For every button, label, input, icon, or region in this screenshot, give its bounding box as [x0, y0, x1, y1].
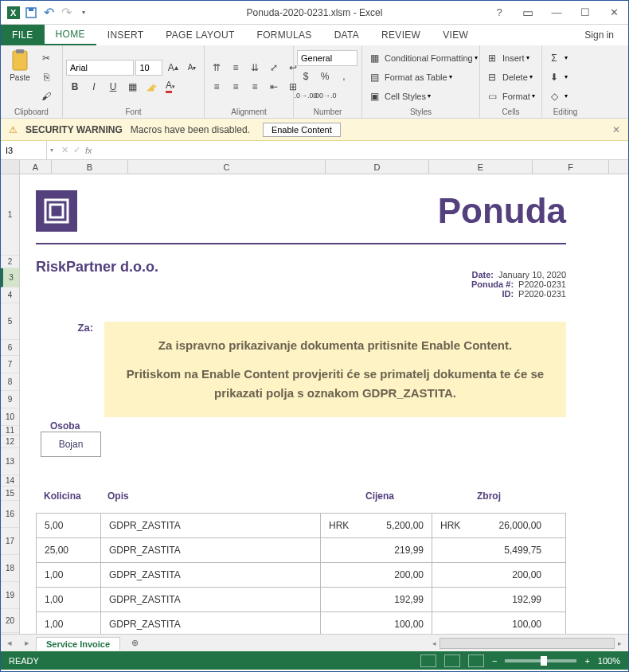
font-size-select[interactable]: 10 — [135, 60, 162, 76]
view-page-break-icon[interactable] — [468, 654, 484, 667]
tab-insert[interactable]: INSERT — [96, 25, 155, 45]
decrease-decimal-icon[interactable]: .00→.0 — [316, 87, 334, 104]
sheet-nav-next-icon[interactable]: ▸ — [18, 638, 36, 648]
percent-icon[interactable]: % — [316, 68, 334, 85]
delete-cells-icon[interactable]: ⊟ — [483, 68, 501, 86]
sheet-nav-prev-icon[interactable]: ◂ — [1, 638, 18, 648]
align-center-icon[interactable]: ≡ — [227, 78, 244, 96]
row-header[interactable]: 1 — [1, 174, 19, 256]
row-header[interactable]: 12 — [1, 436, 19, 448]
tab-review[interactable]: REVIEW — [370, 25, 432, 45]
align-left-icon[interactable]: ≡ — [208, 78, 225, 96]
underline-icon[interactable]: U — [104, 78, 122, 96]
increase-decimal-icon[interactable]: .0→.00 — [297, 87, 314, 104]
format-as-table-label[interactable]: Format as Table — [385, 72, 447, 82]
paste-button[interactable]: Paste — [4, 48, 36, 106]
format-as-table-icon[interactable]: ▤ — [365, 68, 383, 86]
horizontal-scrollbar[interactable] — [440, 638, 615, 649]
decrease-font-icon[interactable]: A▾ — [183, 59, 201, 76]
orientation-icon[interactable]: ⤢ — [265, 59, 283, 76]
insert-cells-icon[interactable]: ⊞ — [483, 49, 501, 67]
view-normal-icon[interactable] — [420, 654, 436, 667]
enter-formula-icon[interactable]: ✓ — [73, 145, 80, 155]
clear-icon[interactable]: ◇ — [545, 88, 563, 105]
delete-cells-label[interactable]: Delete — [502, 72, 528, 82]
cancel-formula-icon[interactable]: ✕ — [61, 145, 68, 155]
column-header[interactable]: A — [20, 160, 52, 174]
qat-dropdown-icon[interactable]: ▾ — [77, 6, 90, 19]
sheet-canvas[interactable]: Ponuda RiskPartner d.o.o. Date:January 1… — [20, 174, 593, 634]
column-header[interactable]: E — [429, 160, 533, 174]
row-header[interactable]: 10 — [1, 408, 19, 426]
add-sheet-icon[interactable]: ⊕ — [127, 638, 143, 648]
row-header[interactable]: 9 — [1, 391, 19, 408]
cut-icon[interactable]: ✂ — [37, 49, 55, 67]
zoom-in-icon[interactable]: + — [584, 656, 589, 666]
tab-formulas[interactable]: FORMULAS — [246, 25, 323, 45]
row-header[interactable]: 5 — [1, 303, 19, 340]
sheet-tab-active[interactable]: Service Invoice — [36, 637, 120, 651]
tab-page-layout[interactable]: PAGE LAYOUT — [154, 25, 245, 45]
zoom-out-icon[interactable]: − — [492, 656, 497, 666]
insert-cells-label[interactable]: Insert — [502, 53, 525, 63]
format-cells-label[interactable]: Format — [502, 92, 530, 101]
font-color-icon[interactable]: A▾ — [162, 78, 179, 96]
conditional-formatting-icon[interactable]: ▦ — [365, 49, 383, 67]
cell-styles-icon[interactable]: ▣ — [365, 88, 383, 105]
row-header[interactable]: 15 — [1, 486, 19, 501]
fx-icon[interactable]: fx — [85, 146, 92, 155]
hscroll-right-icon[interactable]: ▸ — [618, 639, 622, 647]
tab-data[interactable]: DATA — [323, 25, 370, 45]
ribbon-options-button[interactable]: ▭ — [514, 1, 542, 25]
enable-content-button[interactable]: Enable Content — [263, 123, 341, 137]
row-header[interactable]: 4 — [1, 287, 19, 303]
tab-view[interactable]: VIEW — [432, 25, 479, 45]
view-page-layout-icon[interactable] — [444, 654, 460, 667]
align-middle-icon[interactable]: ≡ — [227, 59, 244, 76]
row-header[interactable]: 7 — [1, 356, 19, 373]
conditional-formatting-label[interactable]: Conditional Formatting — [385, 53, 473, 63]
row-header[interactable]: 13 — [1, 448, 19, 475]
autosum-icon[interactable]: Σ — [545, 49, 563, 67]
security-close-icon[interactable]: ✕ — [612, 124, 620, 135]
row-header[interactable]: 17 — [1, 528, 19, 555]
row-header[interactable]: 6 — [1, 340, 19, 356]
row-header[interactable]: 11 — [1, 426, 19, 436]
format-painter-icon[interactable]: 🖌 — [37, 88, 55, 105]
maximize-button[interactable]: ☐ — [571, 1, 600, 25]
row-header[interactable]: 20 — [1, 609, 19, 633]
decrease-indent-icon[interactable]: ⇤ — [265, 78, 283, 96]
hscroll-left-icon[interactable]: ◂ — [432, 639, 436, 647]
redo-icon[interactable]: ↷ — [60, 6, 72, 19]
bold-icon[interactable]: B — [66, 78, 84, 96]
format-cells-icon[interactable]: ▭ — [483, 88, 501, 105]
copy-icon[interactable]: ⎘ — [37, 68, 55, 86]
column-header[interactable]: F — [533, 160, 609, 174]
row-header[interactable]: 19 — [1, 582, 19, 609]
row-header[interactable]: 18 — [1, 555, 19, 582]
undo-icon[interactable]: ↶ — [42, 6, 55, 19]
comma-icon[interactable]: , — [335, 68, 353, 85]
sign-in-link[interactable]: Sign in — [570, 25, 628, 45]
column-header[interactable]: C — [128, 160, 326, 174]
namebox-dropdown-icon[interactable]: ▾ — [47, 147, 57, 154]
align-bottom-icon[interactable]: ⇊ — [246, 59, 264, 76]
minimize-button[interactable]: — — [542, 1, 571, 25]
row-header[interactable]: 3 — [1, 268, 19, 287]
save-icon[interactable] — [25, 6, 37, 19]
column-header[interactable]: D — [326, 160, 429, 174]
cell-styles-label[interactable]: Cell Styles — [385, 92, 426, 101]
italic-icon[interactable]: I — [85, 78, 103, 96]
close-button[interactable]: ✕ — [600, 1, 628, 25]
zoom-slider[interactable] — [505, 659, 576, 662]
fill-color-icon[interactable]: ◢▾ — [143, 78, 160, 96]
increase-font-icon[interactable]: A▴ — [164, 59, 182, 76]
row-header[interactable]: 14 — [1, 475, 19, 486]
tab-home[interactable]: HOME — [45, 25, 96, 45]
row-header[interactable]: 2 — [1, 256, 19, 268]
number-format-select[interactable]: General — [297, 50, 357, 66]
help-button[interactable]: ? — [485, 1, 514, 25]
fill-icon[interactable]: ⬇ — [545, 68, 563, 86]
font-name-select[interactable]: Arial — [66, 60, 134, 76]
zoom-level[interactable]: 100% — [598, 656, 620, 666]
